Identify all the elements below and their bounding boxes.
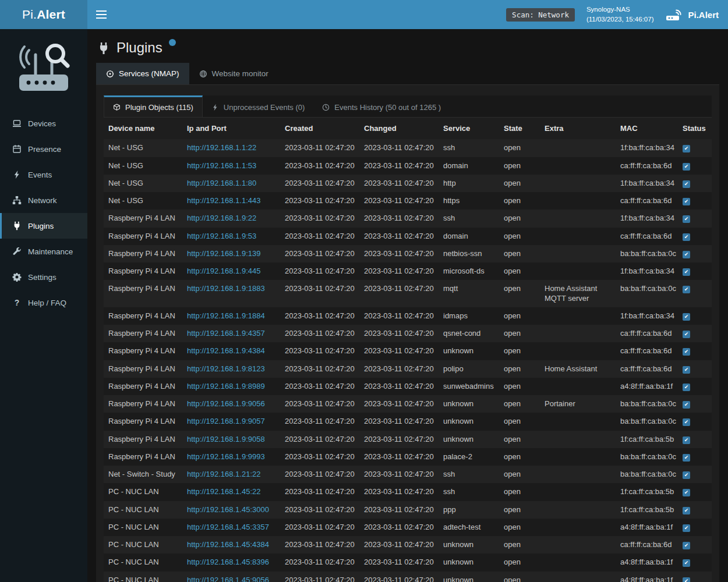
nas-name: Synology-NAS xyxy=(586,5,654,15)
ip-port-link[interactable]: http://192.168.1.45:9056 xyxy=(187,576,269,582)
cell-status: ✔ xyxy=(678,228,712,245)
ip-port-link[interactable]: http://192.168.1.45:3000 xyxy=(187,505,269,514)
ip-port-link[interactable]: http://192.168.1.9:8989 xyxy=(187,382,265,391)
status-checkbox[interactable]: ✔ xyxy=(683,348,690,356)
cell-service: ssh xyxy=(439,139,499,157)
sidebar-item-help-faq[interactable]: ? Help / FAQ xyxy=(0,290,87,315)
status-checkbox[interactable]: ✔ xyxy=(683,471,690,479)
status-checkbox[interactable]: ✔ xyxy=(683,233,690,241)
main-area: Plugins Services (NMAP) Website monitor xyxy=(87,0,728,582)
subtab-plugin-objects[interactable]: Plugin Objects (115) xyxy=(104,95,203,117)
ip-port-link[interactable]: http://192.168.1.9:4357 xyxy=(187,329,265,338)
cell-extra xyxy=(540,175,616,192)
ip-port-link[interactable]: http://192.168.1.9:8123 xyxy=(187,364,265,373)
status-checkbox[interactable]: ✔ xyxy=(683,268,690,276)
cell-created: 2023-03-11 02:47:20 xyxy=(280,210,359,227)
cell-created: 2023-03-11 02:47:20 xyxy=(280,519,359,536)
ip-port-link[interactable]: http://192.168.1.9:9058 xyxy=(187,435,265,443)
nmap-icon xyxy=(106,70,114,78)
status-checkbox[interactable]: ✔ xyxy=(683,454,690,462)
sidebar-item-network[interactable]: Network xyxy=(0,187,87,213)
status-checkbox[interactable]: ✔ xyxy=(683,145,690,152)
status-checkbox[interactable]: ✔ xyxy=(683,577,690,582)
cell-status: ✔ xyxy=(678,483,712,501)
subtab-events-history[interactable]: Events History (50 out of 1265 ) xyxy=(313,95,450,117)
cell-state: open xyxy=(499,157,540,175)
cell-status: ✔ xyxy=(678,572,712,582)
ip-port-link[interactable]: http://192.168.1.9:9057 xyxy=(187,417,265,425)
status-checkbox[interactable]: ✔ xyxy=(683,559,690,567)
tab-website-monitor[interactable]: Website monitor xyxy=(189,63,278,84)
cell-changed: 2023-03-11 02:47:20 xyxy=(359,342,439,360)
status-checkbox[interactable]: ✔ xyxy=(683,542,690,549)
table-row: Raspberry Pi 4 LAN http://192.168.1.9:18… xyxy=(104,280,712,307)
ip-port-link[interactable]: http://192.168.1.21:22 xyxy=(187,470,261,478)
status-checkbox[interactable]: ✔ xyxy=(683,507,690,514)
status-checkbox[interactable]: ✔ xyxy=(683,198,690,205)
cell-mac: a4:8f:ff:aa:ba:1f xyxy=(616,519,678,536)
ip-port-link[interactable]: http://192.168.1.9:1883 xyxy=(187,284,265,293)
ip-port-link[interactable]: http://192.168.1.45:22 xyxy=(187,487,261,496)
ip-port-link[interactable]: http://192.168.1.45:4384 xyxy=(187,540,269,549)
ip-port-link[interactable]: http://192.168.1.9:1884 xyxy=(187,311,265,320)
ip-port-link[interactable]: http://192.168.1.9:53 xyxy=(187,232,256,240)
cell-ip-port: http://192.168.1.45:3357 xyxy=(182,519,280,536)
ip-port-link[interactable]: http://192.168.1.9:139 xyxy=(187,249,261,258)
status-checkbox[interactable]: ✔ xyxy=(683,286,690,293)
sidebar-item-events[interactable]: Events xyxy=(0,162,87,187)
cell-device-name: Net - USG xyxy=(104,175,182,192)
ip-port-link[interactable]: http://192.168.1.1:443 xyxy=(187,196,261,205)
status-checkbox[interactable]: ✔ xyxy=(683,215,690,223)
cell-mac: ca:ff:ff:ca:ba:6d xyxy=(616,157,678,175)
ip-port-link[interactable]: http://192.168.1.9:22 xyxy=(187,214,256,222)
cell-state: open xyxy=(499,431,540,448)
status-checkbox[interactable]: ✔ xyxy=(683,436,690,444)
cell-state: open xyxy=(499,342,540,360)
cell-created: 2023-03-11 02:47:20 xyxy=(280,139,359,157)
sidebar-item-plugins[interactable]: Plugins xyxy=(0,213,87,239)
status-checkbox[interactable]: ✔ xyxy=(683,163,690,171)
status-checkbox[interactable]: ✔ xyxy=(683,251,690,258)
events-icon xyxy=(12,170,22,179)
cell-ip-port: http://192.168.1.9:9057 xyxy=(182,413,280,430)
brand-bold: Alert xyxy=(37,8,65,22)
ip-port-link[interactable]: http://192.168.1.9:9993 xyxy=(187,452,265,461)
status-checkbox[interactable]: ✔ xyxy=(683,180,690,188)
sidebar-item-presence[interactable]: Presence xyxy=(0,136,87,162)
ip-port-link[interactable]: http://192.168.1.9:4384 xyxy=(187,346,265,355)
sidebar-item-devices[interactable]: Devices xyxy=(0,111,87,136)
status-checkbox[interactable]: ✔ xyxy=(683,401,690,409)
ip-port-link[interactable]: http://192.168.1.1:53 xyxy=(187,161,256,170)
title-help-badge[interactable] xyxy=(169,39,176,46)
sidebar-item-settings[interactable]: Settings xyxy=(0,264,87,290)
ip-port-link[interactable]: http://192.168.1.1:22 xyxy=(187,143,256,152)
cell-extra xyxy=(540,466,616,483)
tab-services-nmap[interactable]: Services (NMAP) xyxy=(96,63,189,84)
status-checkbox[interactable]: ✔ xyxy=(683,366,690,374)
table-row: Raspberry Pi 4 LAN http://192.168.1.9:43… xyxy=(104,325,712,342)
ip-port-link[interactable]: http://192.168.1.9:9056 xyxy=(187,399,265,408)
cell-mac: 1f:ba:ff:ca:ba:34 xyxy=(616,262,678,280)
cell-device-name: PC - NUC LAN xyxy=(104,572,182,582)
ip-port-link[interactable]: http://192.168.1.9:445 xyxy=(187,267,261,275)
ip-port-link[interactable]: http://192.168.1.1:80 xyxy=(187,179,256,187)
status-checkbox[interactable]: ✔ xyxy=(683,524,690,532)
sidebar-item-maintenance[interactable]: Maintenance xyxy=(0,239,87,264)
subtab-unprocessed-events[interactable]: Unprocessed Events (0) xyxy=(203,95,313,117)
cell-service: unknown xyxy=(439,342,499,360)
ip-port-link[interactable]: http://192.168.1.45:8396 xyxy=(187,558,269,566)
sidebar-logo xyxy=(0,29,87,111)
status-checkbox[interactable]: ✔ xyxy=(683,331,690,338)
status-checkbox[interactable]: ✔ xyxy=(683,384,690,391)
sidebar-toggle-button[interactable] xyxy=(87,0,115,29)
check-icon: ✔ xyxy=(684,490,689,495)
status-checkbox[interactable]: ✔ xyxy=(683,313,690,321)
cell-created: 2023-03-11 02:47:20 xyxy=(280,175,359,192)
status-checkbox[interactable]: ✔ xyxy=(683,418,690,426)
check-icon: ✔ xyxy=(684,349,689,354)
status-checkbox[interactable]: ✔ xyxy=(683,489,690,496)
app-logo[interactable]: Pi.Alert xyxy=(0,0,87,29)
cell-state: open xyxy=(499,448,540,466)
ip-port-link[interactable]: http://192.168.1.45:3357 xyxy=(187,523,269,531)
topbar-app-link[interactable]: Pi.Alert xyxy=(665,8,719,22)
